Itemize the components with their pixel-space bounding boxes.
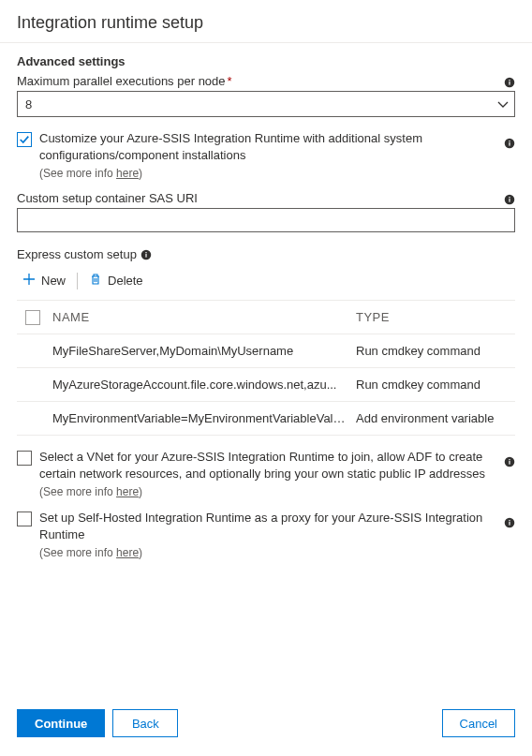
col-name: NAME <box>49 310 356 324</box>
table-row[interactable]: MyFileShareServer,MyDomain\MyUsername Ru… <box>17 334 515 368</box>
page-title: Integration runtime setup <box>0 0 532 43</box>
svg-rect-8 <box>509 197 510 198</box>
customize-label: Customize your Azure-SSIS Integration Ru… <box>39 130 515 163</box>
toolbar-separator <box>77 273 78 289</box>
max-parallel-label-row: Maximum parallel executions per node * <box>17 74 515 91</box>
proxy-here-link[interactable]: here <box>116 546 139 559</box>
continue-button[interactable]: Continue <box>17 709 105 737</box>
vnet-more-info: (See more info here) <box>39 485 515 498</box>
svg-rect-17 <box>509 520 510 521</box>
table-header: NAME TYPE <box>17 301 515 334</box>
vnet-label: Select a VNet for your Azure-SSIS Integr… <box>39 449 515 482</box>
cancel-button[interactable]: Cancel <box>442 709 515 737</box>
more-info-suffix: ) <box>139 485 142 498</box>
row-type: Run cmdkey command <box>356 378 515 392</box>
svg-rect-4 <box>509 142 510 146</box>
svg-rect-5 <box>509 141 510 141</box>
proxy-label: Set up Self-Hosted Integration Runtime a… <box>39 510 515 542</box>
col-type: TYPE <box>356 310 515 324</box>
info-icon[interactable] <box>504 138 515 149</box>
customize-more-info: (See more info here) <box>39 167 515 180</box>
row-name: MyAzureStorageAccount.file.core.windows.… <box>49 378 356 392</box>
info-icon[interactable] <box>504 194 515 205</box>
express-setup-label: Express custom setup <box>17 247 137 261</box>
svg-rect-10 <box>145 253 146 257</box>
customize-checkbox[interactable] <box>17 132 32 147</box>
proxy-more-info: (See more info here) <box>39 546 515 559</box>
max-parallel-label-text: Maximum parallel executions per node <box>17 74 226 88</box>
info-icon[interactable] <box>504 456 515 467</box>
svg-rect-1 <box>509 82 510 85</box>
advanced-settings-heading: Advanced settings <box>17 54 515 68</box>
new-button[interactable]: New <box>17 269 71 292</box>
new-button-label: New <box>41 274 66 288</box>
row-type: Add environment variable <box>356 411 515 425</box>
vnet-block: Select a VNet for your Azure-SSIS Integr… <box>17 449 515 498</box>
chevron-down-icon <box>497 99 507 109</box>
row-name: MyEnvironmentVariable=MyEnvironmentVaria… <box>49 411 356 425</box>
row-type: Run cmdkey command <box>356 344 515 358</box>
svg-rect-16 <box>509 522 510 526</box>
footer: Continue Back Cancel <box>0 696 532 756</box>
max-parallel-select[interactable]: 8 <box>17 91 515 117</box>
more-info-suffix: ) <box>139 546 142 559</box>
table-row[interactable]: MyEnvironmentVariable=MyEnvironmentVaria… <box>17 402 515 436</box>
max-parallel-label: Maximum parallel executions per node * <box>17 74 232 88</box>
customize-here-link[interactable]: here <box>116 167 139 180</box>
back-button[interactable]: Back <box>112 709 178 737</box>
content-area: Advanced settings Maximum parallel execu… <box>0 43 532 559</box>
svg-rect-2 <box>509 80 510 81</box>
sas-uri-label-row: Custom setup container SAS URI <box>17 191 515 208</box>
delete-button-label: Delete <box>108 274 143 288</box>
more-info-suffix: ) <box>139 167 142 180</box>
plus-icon <box>22 273 36 289</box>
info-icon[interactable] <box>504 77 515 88</box>
customize-block: Customize your Azure-SSIS Integration Ru… <box>17 130 515 180</box>
svg-rect-7 <box>509 199 510 202</box>
more-info-prefix: (See more info <box>39 546 116 559</box>
info-icon[interactable] <box>504 517 515 528</box>
proxy-block: Set up Self-Hosted Integration Runtime a… <box>17 510 515 559</box>
row-name: MyFileShareServer,MyDomain\MyUsername <box>49 344 356 358</box>
sas-uri-input[interactable] <box>17 208 515 232</box>
proxy-checkbox[interactable] <box>17 511 32 526</box>
express-table: NAME TYPE MyFileShareServer,MyDomain\MyU… <box>17 300 515 436</box>
sas-uri-label: Custom setup container SAS URI <box>17 191 198 205</box>
svg-rect-11 <box>145 252 146 253</box>
svg-rect-14 <box>509 459 510 460</box>
svg-rect-13 <box>509 461 510 465</box>
express-setup-label-row: Express custom setup <box>17 247 515 261</box>
more-info-prefix: (See more info <box>39 485 116 498</box>
vnet-here-link[interactable]: here <box>116 485 139 498</box>
more-info-prefix: (See more info <box>39 167 116 180</box>
delete-button[interactable]: Delete <box>83 269 149 292</box>
express-toolbar: New Delete <box>17 269 515 292</box>
select-all-checkbox[interactable] <box>25 310 40 325</box>
info-icon[interactable] <box>140 249 152 260</box>
trash-icon <box>89 273 102 289</box>
table-row[interactable]: MyAzureStorageAccount.file.core.windows.… <box>17 368 515 402</box>
vnet-checkbox[interactable] <box>17 451 32 466</box>
max-parallel-value: 8 <box>25 97 32 111</box>
required-asterisk: * <box>228 74 232 88</box>
